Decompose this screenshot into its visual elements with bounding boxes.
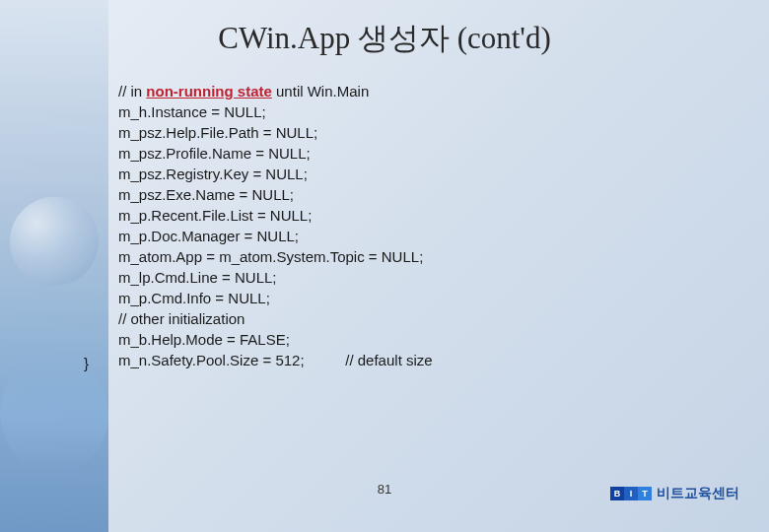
code-line: m_p.Doc.Manager = NULL; — [118, 226, 433, 246]
brand-text: 비트교육센터 — [657, 485, 739, 502]
left-decoration — [0, 0, 108, 532]
code-block: // in non-running state until Win.Main m… — [118, 81, 433, 370]
slide-title: CWin.App 생성자 (cont'd) — [218, 18, 551, 59]
footer-brand: B I T 비트교육센터 — [610, 485, 739, 502]
comment-prefix: // in — [118, 83, 146, 100]
wave-decoration — [0, 355, 108, 473]
code-line: m_n.Safety.Pool.Size = 512; // default s… — [118, 350, 433, 370]
code-line: m_p.Recent.File.List = NULL; — [118, 205, 433, 226]
brand-box-t: T — [638, 487, 652, 500]
brand-logo: B I T — [610, 487, 652, 500]
code-line: m_psz.Profile.Name = NULL; — [118, 143, 433, 164]
code-line: m_psz.Registry.Key = NULL; — [118, 164, 433, 184]
sphere-decoration — [10, 197, 99, 286]
code-line: m_p.Cmd.Info = NULL; — [118, 288, 433, 308]
code-comment-line: // in non-running state until Win.Main — [118, 81, 433, 101]
code-line: m_b.Help.Mode = FALSE; — [118, 329, 433, 350]
comment-suffix: until Win.Main — [272, 83, 369, 100]
code-line: m_h.Instance = NULL; — [118, 101, 433, 122]
code-line: // other initialization — [118, 308, 433, 329]
page-number: 81 — [378, 482, 391, 497]
code-line: m_lp.Cmd.Line = NULL; — [118, 267, 433, 288]
closing-brace: } — [84, 355, 89, 371]
code-line: m_psz.Exe.Name = NULL; — [118, 184, 433, 205]
brand-box-i: I — [624, 487, 638, 500]
code-line: m_psz.Help.File.Path = NULL; — [118, 122, 433, 143]
code-line: m_atom.App = m_atom.System.Topic = NULL; — [118, 246, 433, 267]
brand-box-b: B — [610, 487, 624, 500]
comment-highlight: non-running state — [146, 83, 272, 100]
